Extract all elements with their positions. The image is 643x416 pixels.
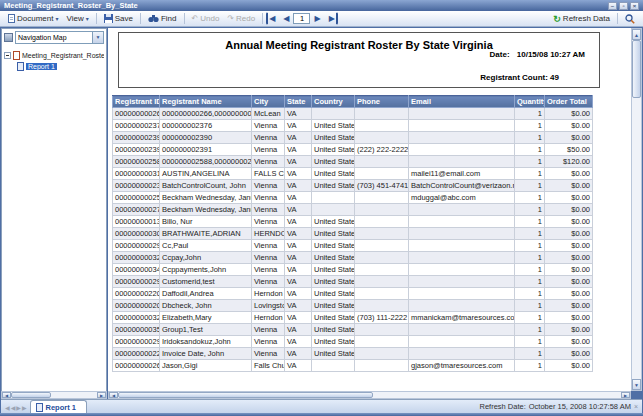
table-cell: VA (285, 252, 312, 264)
table-cell: Billo, Nur (160, 216, 252, 228)
table-cell (312, 108, 355, 120)
table-cell: VA (285, 204, 312, 216)
restore-button[interactable]: ▫ (619, 2, 628, 10)
table-cell: 000000002376 (160, 120, 252, 132)
refresh-status-icon[interactable]: × (634, 403, 638, 410)
table-cell: Group1,Test (160, 324, 252, 336)
last-page-button[interactable]: ▶ (325, 12, 338, 25)
table-cell: (703) 451-4741EX (355, 180, 409, 192)
table-cell: Daffodil,Andrea (160, 288, 252, 300)
table-cell: 1 (515, 336, 545, 348)
table-cell: AUSTIN,ANGELINA (160, 168, 252, 180)
table-cell: VA (285, 108, 312, 120)
table-cell: VA (285, 348, 312, 360)
table-cell: 1 (515, 192, 545, 204)
column-header: State (285, 96, 312, 108)
table-cell: United States (312, 276, 355, 288)
table-cell: 1 (515, 228, 545, 240)
table-cell (355, 156, 409, 168)
drill-button[interactable] (621, 12, 639, 26)
table-row: 000000000266000000000266,0000000002McLea… (113, 108, 593, 120)
tree-report-item[interactable]: Report 1 (4, 61, 104, 72)
table-cell (409, 216, 515, 228)
table-cell: Vienna (252, 252, 285, 264)
scroll-right-icon[interactable]: ▶ (97, 392, 106, 398)
collapse-icon[interactable] (4, 52, 11, 59)
table-cell: VA (285, 288, 312, 300)
next-page-button[interactable]: ▶ (310, 12, 324, 25)
previous-page-icon: ◀ (283, 14, 289, 23)
scrollbar-thumb[interactable] (11, 392, 51, 398)
scroll-left-icon[interactable]: ◀ (2, 392, 11, 398)
navigation-map-value: Navigation Map (18, 34, 67, 41)
table-cell: Beckham Wednesday, Janua (160, 204, 252, 216)
table-cell: Vienna (252, 144, 285, 156)
table-cell: United States (312, 144, 355, 156)
registrant-table: Registrant IDRegistrant NameCityStateCou… (112, 95, 593, 372)
table-row: 000000002390000000002390ViennaVAUnited S… (113, 132, 593, 144)
scroll-up-icon[interactable]: ▲ (632, 29, 641, 40)
table-cell: mmanickam@tmaresources.com (409, 312, 515, 324)
table-cell: Vienna (252, 324, 285, 336)
tab-prev-icon[interactable]: ◀ (11, 404, 16, 411)
table-row: 000000002201Daffodil,AndreaHerndonVAUnit… (113, 288, 593, 300)
table-cell (355, 300, 409, 312)
toolbar-separator (184, 13, 185, 24)
report-tab-icon (36, 403, 43, 412)
scroll-left-icon[interactable]: ◀ (109, 392, 118, 398)
view-menu-button[interactable]: View ▾ (62, 12, 92, 25)
scrollbar-thumb[interactable] (632, 40, 641, 98)
page-number-input[interactable] (293, 13, 310, 24)
table-cell: United States (312, 120, 355, 132)
table-cell: Invoice Date, John (160, 348, 252, 360)
table-cell: $0.00 (545, 204, 593, 216)
combo-arrow-icon: ▼ (92, 32, 103, 43)
table-cell: $0.00 (545, 180, 593, 192)
table-cell (355, 336, 409, 348)
document-menu-button[interactable]: Document ▾ (4, 12, 62, 25)
table-cell (355, 216, 409, 228)
vertical-scrollbar[interactable]: ▲ ▼ (631, 28, 642, 391)
first-page-button[interactable]: ◀ (266, 12, 279, 25)
navigation-map-select[interactable]: Navigation Map ▼ (15, 31, 104, 44)
table-cell: Vienna (252, 132, 285, 144)
table-cell: FALLS CHUR (252, 168, 285, 180)
refresh-date-label: Refresh Date: (479, 402, 525, 411)
table-cell: $0.00 (545, 108, 593, 120)
undo-button[interactable]: ↶ Undo (188, 12, 224, 25)
title-bar: Meeting_Registrant_Roster_By_State – ▫ × (0, 0, 643, 11)
redo-button[interactable]: ↷ Redo (223, 12, 259, 25)
table-cell (355, 288, 409, 300)
table-cell: 000000000209 (113, 300, 160, 312)
table-cell: Falls Church (252, 360, 285, 372)
table-cell (409, 156, 515, 168)
minimize-button[interactable]: – (608, 2, 617, 10)
table-cell: Vienna (252, 348, 285, 360)
tab-last-icon[interactable]: ▶ (22, 404, 27, 411)
scroll-right-icon[interactable]: ▶ (621, 392, 630, 398)
find-button[interactable]: Find (144, 12, 181, 25)
table-cell: Vienna (252, 156, 285, 168)
table-cell: VA (285, 144, 312, 156)
scroll-down-icon[interactable]: ▼ (632, 379, 641, 390)
tab-first-icon[interactable]: ◀ (5, 404, 10, 411)
scrollbar-thumb[interactable] (118, 392, 373, 398)
table-cell (409, 300, 515, 312)
tree-root-item[interactable]: Meeting_Registrant_Roster_By_St (4, 50, 104, 61)
tab-next-icon[interactable]: ▶ (16, 404, 21, 411)
table-cell: Elizabeth,Mary (160, 312, 252, 324)
table-cell: 000000002390 (160, 132, 252, 144)
previous-page-button[interactable]: ◀ (279, 12, 293, 25)
table-cell (355, 348, 409, 360)
sidebar-horizontal-scrollbar[interactable]: ◀ ▶ (1, 391, 107, 399)
refresh-data-button[interactable]: ↻ Refresh Data (549, 12, 614, 26)
save-button[interactable]: Save (100, 12, 137, 25)
table-cell: United States (312, 180, 355, 192)
table-cell (355, 264, 409, 276)
close-button[interactable]: × (630, 2, 639, 10)
table-cell: Vienna (252, 336, 285, 348)
tab-report-1[interactable]: Report 1 (30, 400, 87, 413)
main-horizontal-scrollbar[interactable]: ◀ ▶ (108, 391, 631, 399)
tree-root-label: Meeting_Registrant_Roster_By_St (22, 52, 104, 59)
refresh-data-label: Refresh Data (563, 14, 610, 23)
